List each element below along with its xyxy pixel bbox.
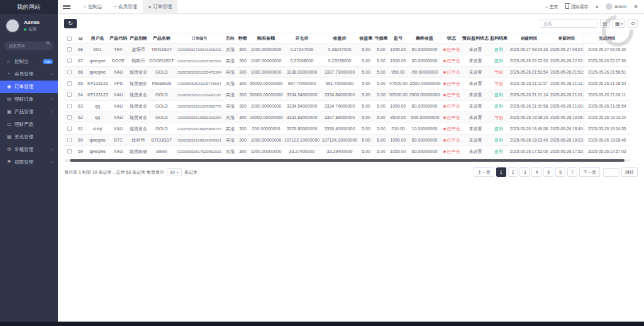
open_price-cell: 3334.54000000 <box>283 89 321 101</box>
username-cell: qweqwe <box>87 55 108 67</box>
scrollbar-thumb[interactable] <box>70 159 625 162</box>
status-cell: 已平仓 <box>441 123 462 135</box>
tab-orders[interactable]: ●订单管理 <box>143 0 177 14</box>
refresh-button[interactable]: ↻ <box>64 19 77 28</box>
amount-cell: 50000.00000000 <box>249 78 283 89</box>
sidebar-item-label: 订单管理 <box>14 84 53 90</box>
amount-cell: 1000.00000000 <box>249 101 283 112</box>
pl-cell: 47500.00 <box>389 78 408 89</box>
sidebar-item-news[interactable]: ▦资讯管理 <box>0 131 58 143</box>
name-cell: GOLD <box>148 123 175 135</box>
sidebar-item-finance-products[interactable]: ▭理财产品 <box>0 118 58 131</box>
horizontal-scrollbar[interactable] <box>64 159 630 162</box>
finance-products-icon: ▭ <box>7 121 14 127</box>
page-button-5[interactable]: 5 <box>543 167 553 177</box>
table-row: 67qweqweDOGE狗狗币DOGEUSDTO2025052622025383… <box>64 55 630 67</box>
row-checkbox[interactable] <box>67 104 72 108</box>
jump-page-input[interactable] <box>603 168 619 177</box>
open_price-cell: 3334.54000000 <box>283 101 321 112</box>
name-cell: DOGEUSDT <box>148 55 175 67</box>
sidebar-item-orders[interactable]: ◉订单管理 <box>0 81 58 93</box>
finished-cell: 2025-05-26 21:16:54 <box>584 78 630 89</box>
row-select-cell <box>64 44 74 55</box>
user-status: 在线 <box>24 26 40 32</box>
page-button-4[interactable]: 4 <box>531 167 541 177</box>
sidebar-item-label: 资讯管理 <box>14 134 53 140</box>
prev-page-button[interactable]: 上一页 <box>474 167 494 177</box>
row-checkbox[interactable] <box>67 115 72 120</box>
id-cell: 60 <box>74 135 87 146</box>
dashboard-tab-icon: ⌂ <box>84 4 86 9</box>
user-menu[interactable]: Admin <box>606 3 627 10</box>
settings-button[interactable]: ⚙ <box>634 4 638 9</box>
pl-cell: 210.00 <box>389 123 408 135</box>
username-cell: KP123123 <box>87 78 108 89</box>
preset-cell: 未设置 <box>462 123 489 135</box>
row-checkbox[interactable] <box>67 47 72 52</box>
page-button-7[interactable]: 7 <box>567 167 577 177</box>
code-cell: XAG <box>108 146 128 157</box>
row-checkbox[interactable] <box>67 93 72 97</box>
page-size-select[interactable]: 10 ▾ <box>167 168 182 176</box>
amount-cell: 200.00000000 <box>249 123 283 135</box>
sidebar-item-dashboard[interactable]: ⌂控制台hot <box>0 55 58 68</box>
row-checkbox[interactable] <box>67 149 72 154</box>
nav-tabs: ⌂控制台◔会员管理●订单管理 <box>78 0 177 14</box>
sidebar-item-permissions[interactable]: ⚑权限管理‹ <box>0 156 58 169</box>
search-button[interactable] <box>628 19 638 28</box>
alias-cell: 波场币 <box>128 44 148 55</box>
members-icon: ◔ <box>7 71 14 77</box>
open_price-cell: 107122.10000000 <box>283 135 321 146</box>
page-button-6[interactable]: 6 <box>555 167 565 177</box>
page-button-3[interactable]: 3 <box>519 167 530 177</box>
order_no-cell: O2025052709043316222 <box>175 44 224 55</box>
columns-button[interactable]: ▦ ▾ <box>613 19 625 28</box>
fullscreen-toggle[interactable]: × <box>596 4 599 10</box>
loss_rate-cell: 5.00 <box>374 112 389 123</box>
sidebar-item-members[interactable]: ◔会员管理‹ <box>0 68 58 81</box>
tab-members[interactable]: ◔会员管理 <box>108 0 143 14</box>
sidebar-item-finance-orders[interactable]: ▤理财订单‹ <box>0 93 58 106</box>
avatar[interactable] <box>5 18 20 33</box>
open_price-cell: 0.27247000 <box>283 44 321 55</box>
sidebar-search <box>4 38 53 50</box>
clear-cache-link[interactable]: 清除缓存 <box>565 4 589 10</box>
menu-toggle-icon[interactable] <box>63 4 70 10</box>
updated-cell: 2025-05-26 22:02:53 <box>550 55 584 67</box>
chevron-left-icon: ‹ <box>51 147 53 152</box>
jump-button[interactable]: 跳转 <box>621 167 638 177</box>
export-icon: ▤ <box>602 21 607 26</box>
column-header: 最终收益 <box>408 33 441 44</box>
sidebar-item-products[interactable]: ▣产品管理‹ <box>0 106 58 118</box>
home-link[interactable]: ⌂ 主页 <box>545 4 558 10</box>
finished-cell: 2025-05-26 21:05:54 <box>584 101 630 112</box>
column-header: 亏损率 <box>374 33 389 44</box>
table-row: 60qweqweBTC比特币BTCUSDTO202505261803497692… <box>64 135 630 146</box>
preset-cell: 未设置 <box>462 101 489 112</box>
table-row: 66qweqweXAU现货黄金GOLDO2025052621535472364买… <box>64 67 630 78</box>
row-checkbox[interactable] <box>67 81 72 86</box>
refresh-icon: ↻ <box>68 20 73 26</box>
row-checkbox[interactable] <box>67 138 72 142</box>
close_price-cell: 3337.73000000 <box>321 67 358 78</box>
select-all-checkbox[interactable] <box>67 37 72 41</box>
created-cell: 2025-05-26 18:03:49 <box>508 135 550 146</box>
row-checkbox[interactable] <box>67 59 72 63</box>
select-all-cell <box>64 33 74 44</box>
page-button-1[interactable]: 1 <box>496 167 506 177</box>
table-search-input[interactable] <box>540 19 597 28</box>
sidebar-item-label: 产品管理 <box>14 109 50 115</box>
page-button-2[interactable]: 2 <box>508 167 518 177</box>
export-button[interactable]: ▤ <box>600 19 610 28</box>
row-checkbox[interactable] <box>67 70 72 74</box>
pl-cell: 9500.00 <box>389 112 408 123</box>
pagination: 上一页1234567下一页跳转 <box>472 167 638 177</box>
sidebar-item-general[interactable]: ⚙常规管理‹ <box>0 143 58 156</box>
next-page-button[interactable]: 下一页 <box>579 167 600 177</box>
status-dot-icon <box>443 150 446 153</box>
row-checkbox[interactable] <box>67 126 72 131</box>
tab-dashboard[interactable]: ⌂控制台 <box>78 0 108 14</box>
table-row: 63qqXAU现货黄金GOLDO2025052621005858776买涨300… <box>64 101 630 112</box>
status-cell: 已平仓 <box>441 67 462 78</box>
loss_rate-cell: 5.00 <box>374 44 389 55</box>
